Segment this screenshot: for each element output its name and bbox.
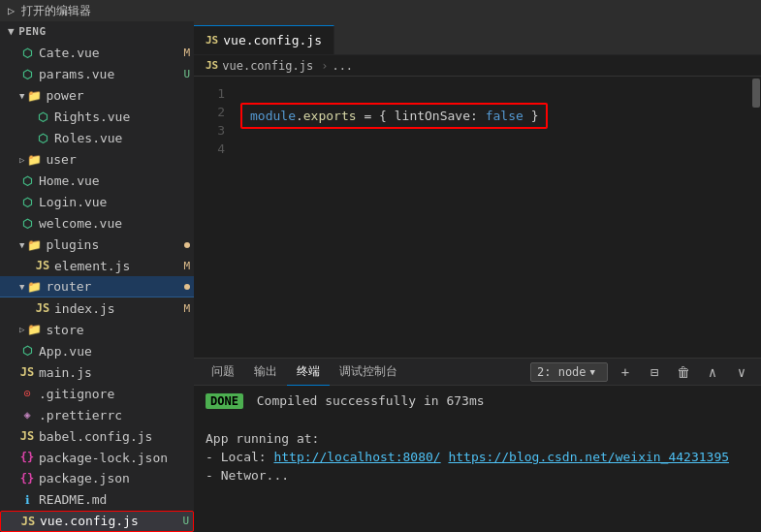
line-num-1: 1 [217,84,225,103]
chevron-down-icon: ▼ [19,282,24,292]
breadcrumb: JS vue.config.js › ... [194,55,761,77]
panel-tab-bar: 问题 输出 终端 调试控制台 2: node ▼ [194,359,761,386]
sidebar-item-home-vue[interactable]: ⬡ Home.vue [0,171,194,192]
sidebar-item-login-vue[interactable]: ⬡ Login.vue [0,192,194,213]
main-layout: ▼ PENG ⬡ Cate.vue M ⬡ params.vue U ▼ 📁 p… [0,21,761,532]
code-line-2: module.exports = { lintOnSave: false } [240,103,751,129]
js-icon: JS [35,301,50,315]
sidebar-item-babel-config[interactable]: JS babel.config.js [0,425,194,447]
code-line-1 [240,84,751,103]
chevron-down-icon: ▼ [8,25,15,38]
add-terminal-button[interactable]: + [614,362,637,382]
panel-up-button[interactable]: ∧ [701,362,724,382]
sidebar-item-package-lock[interactable]: {} package-lock.json [0,447,194,468]
line-num-2: 2 [217,103,225,121]
sidebar-item-power-folder[interactable]: ▼ 📁 power [0,85,194,107]
sidebar-item-readme[interactable]: ℹ README.md [0,489,194,511]
dropdown-arrow-icon: ▼ [590,367,595,377]
folder-icon: 📁 [26,323,42,336]
tab-debug-console[interactable]: 调试控制台 [330,359,407,386]
sidebar-item-cate-vue[interactable]: ⬡ Cate.vue M [0,43,194,64]
terminal-local-line: - Local: http://localhost:8080/ https://… [206,448,749,466]
vue-icon: ⬡ [19,196,35,209]
split-terminal-button[interactable]: ⊟ [643,362,666,382]
line-numbers: 1 2 3 4 [194,77,233,358]
folder-icon: 📁 [26,238,42,252]
chevron-up-icon: ∧ [709,364,716,380]
vue-icon: ⬡ [19,344,35,358]
panel-controls: 2: node ▼ + ⊟ 🗑 ∧ [530,362,753,382]
vue-icon: ⬡ [35,132,50,145]
sidebar-item-user-folder[interactable]: ▷ 📁 user [0,149,194,171]
chevron-down-icon: ▼ [19,240,24,250]
folder-icon: 📁 [26,280,42,294]
sidebar-item-package-json[interactable]: {} package.json [0,468,194,489]
sidebar-item-store-folder[interactable]: ▷ 📁 store [0,319,194,340]
line-num-4: 4 [217,140,225,158]
line-num-3: 3 [217,121,225,140]
sidebar-item-gitignore[interactable]: ⊙ .gitignore [0,383,194,404]
chevron-right-icon: ▷ [8,4,15,17]
folder-icon: 📁 [26,89,42,103]
js-icon: JS [19,365,35,379]
bottom-panel: 问题 输出 终端 调试控制台 2: node ▼ [194,358,761,532]
git-icon: ⊙ [19,387,35,400]
highlighted-code: module.exports = { lintOnSave: false } [240,103,548,129]
tab-terminal[interactable]: 终端 [287,359,330,386]
vue-icon: ⬡ [19,217,35,231]
open-editors-header[interactable]: ▷ 打开的编辑器 [8,3,91,19]
editor-area: 1 2 3 4 module.exports = { lintOnSave: f… [194,77,761,358]
code-line-4 [240,147,751,166]
chevron-right-icon: ▷ [19,325,24,334]
content-area: JS vue.config.js JS vue.config.js › ... … [194,21,761,532]
sidebar-item-plugins-folder[interactable]: ▼ 📁 plugins [0,235,194,256]
breadcrumb-filename: vue.config.js [222,59,313,73]
vue-icon: ⬡ [35,110,50,124]
tab-issues[interactable]: 问题 [202,359,244,386]
sidebar-item-params-vue[interactable]: ⬡ params.vue U [0,64,194,85]
tab-output[interactable]: 输出 [244,359,287,386]
sidebar: ▼ PENG ⬡ Cate.vue M ⬡ params.vue U ▼ 📁 p… [0,21,194,532]
vue-icon: ⬡ [19,174,35,188]
sidebar-item-rights-vue[interactable]: ⬡ Rights.vue [0,107,194,128]
kw-false: false [486,109,523,123]
local-url-link[interactable]: http://localhost:8080/ [273,450,440,464]
terminal-network-line: - Networ... [206,466,749,485]
breadcrumb-ellipsis: ... [332,59,353,73]
prettier-icon: ◈ [19,408,35,422]
editor-scrollbar[interactable] [751,77,761,358]
sidebar-item-main-js[interactable]: JS main.js [0,361,194,383]
sidebar-item-welcome-vue[interactable]: ⬡ welcome.vue [0,213,194,235]
breadcrumb-js-icon: JS [206,59,218,72]
tab-bar: JS vue.config.js [194,21,761,55]
sidebar-item-roles-vue[interactable]: ⬡ Roles.vue [0,128,194,149]
peng-folder-header[interactable]: ▼ PENG [0,21,194,43]
chevron-down-icon: ▼ [19,91,24,101]
vue-icon: ⬡ [19,47,35,60]
sidebar-item-app-vue[interactable]: ⬡ App.vue [0,340,194,361]
sidebar-item-vue-config[interactable]: JS vue.config.js U [0,511,194,532]
folder-icon: 📁 [26,153,42,167]
node-dropdown[interactable]: 2: node ▼ [530,362,608,382]
kw-exports: exports [303,109,357,123]
split-icon: ⊟ [650,364,658,380]
js-tab-icon: JS [206,34,218,47]
sidebar-item-prettierrc[interactable]: ◈ .prettierrc [0,404,194,425]
js-icon: JS [19,429,35,443]
sidebar-item-element-js[interactable]: JS element.js M [0,255,194,276]
extra-url-link[interactable]: https://blog.csdn.net/weixin_44231395 [448,450,729,464]
sidebar-item-index-js[interactable]: JS index.js M [0,297,194,319]
chevron-right-icon: ▷ [19,155,24,165]
terminal-blank-line [206,411,749,429]
done-badge: DONE [206,393,243,409]
modified-dot [184,284,190,290]
tab-vue-config[interactable]: JS vue.config.js [194,25,334,54]
terminal-output[interactable]: DONE Compiled successfully in 673ms App … [194,386,761,532]
terminal-done-line: DONE Compiled successfully in 673ms [206,391,749,411]
kill-terminal-button[interactable]: 🗑 [672,362,695,382]
sidebar-item-router-folder[interactable]: ▼ 📁 router [0,276,194,297]
code-editor[interactable]: module.exports = { lintOnSave: false } [233,77,751,358]
panel-down-button[interactable]: ∨ [730,362,753,382]
kw-module: module [250,109,296,123]
js-icon: JS [20,515,36,528]
